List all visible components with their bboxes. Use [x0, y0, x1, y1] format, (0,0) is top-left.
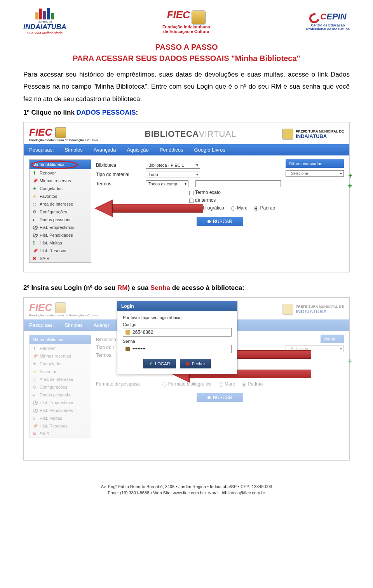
- intro-paragraph: Para acessar seu histórico de empréstimo…: [23, 68, 350, 105]
- login-modal-title: Login: [117, 301, 237, 311]
- lock-icon: [125, 347, 130, 351]
- logo-cepin: CEPIN Centro de Educação Profissional de…: [306, 12, 350, 31]
- label-senha: Senha: [123, 339, 232, 344]
- doc-header-logos: Governo de INDAIATUBA Sua Vida Melhor Ai…: [23, 8, 350, 35]
- biblioteca-virtual-title: BIBLIOTECAVIRTUAL: [145, 129, 236, 139]
- screenshot-1: FIEC Fundação Indaiatubana de Educação e…: [23, 122, 350, 272]
- nav-item-google-livros[interactable]: Google Livros: [194, 147, 225, 153]
- nav-item-simples[interactable]: Simples: [65, 147, 83, 153]
- star-icon: ★: [33, 186, 37, 191]
- search-navbar: Pesquisas: Simples Avançada Aquisição Pe…: [24, 144, 349, 155]
- radio-marc[interactable]: [231, 206, 235, 211]
- input-termos[interactable]: [195, 180, 281, 187]
- plus-icon[interactable]: +: [348, 172, 352, 180]
- ss-logo-fiec: FIEC: [29, 126, 98, 138]
- sidebar-item-renovar[interactable]: ⬆Renovar: [30, 169, 91, 177]
- label-termos: Termos: [96, 181, 139, 187]
- sidebar-item-sair[interactable]: ✖SAIR: [30, 255, 91, 262]
- checkbox-termo-exato[interactable]: [189, 191, 193, 195]
- login-prompt: Por favor faça seu login abaixo:: [123, 315, 232, 320]
- select-biblioteca[interactable]: Biblioteca - FIEC 1: [146, 162, 200, 169]
- check-icon: ✔: [149, 361, 153, 366]
- step-2-heading: 2º Insira seu Login (nº do seu RM) e sua…: [23, 284, 350, 292]
- ball-icon: ⚽: [33, 233, 37, 237]
- sidebar-heading[interactable]: Minha bliblioteca: [30, 160, 91, 169]
- page-footer: Av. Engº Fábio Roberto Barnabé, 3405 • J…: [23, 484, 350, 496]
- sidebar-minha-biblioteca: Minha bliblioteca ⬆Renovar 📌Minhas reser…: [29, 159, 91, 263]
- annotation-arrow: [94, 201, 203, 215]
- logo-indaiatuba: Governo de INDAIATUBA Sua Vida Melhor Ai…: [23, 8, 66, 35]
- buscar-button[interactable]: BUSCAR: [197, 217, 243, 226]
- filters-panel: Filtros avançados --Selecione-- + +: [286, 159, 344, 177]
- search-dot-icon: [207, 220, 211, 223]
- logo-fiec: FIEC Fundação Indaiatubana de Educação e…: [162, 9, 210, 33]
- nav-label: Pesquisas:: [29, 147, 54, 153]
- pin-icon: 📌: [33, 178, 37, 183]
- sidebar-item-configuracoes[interactable]: ⚙Configurações: [30, 208, 91, 216]
- pin-icon: 📌: [33, 248, 37, 253]
- sidebar-item-area-interesse[interactable]: ◎Área de interesse: [30, 200, 91, 208]
- sidebar-item-hist-penalidades[interactable]: ⚽Hist. Penalidades: [30, 231, 91, 239]
- label-termo-exato: Termo exato: [195, 190, 221, 195]
- label-tipo-material: Tipo do material: [96, 172, 139, 177]
- star-icon: ★: [33, 194, 37, 199]
- label-codigo: Código: [123, 322, 232, 327]
- logar-button[interactable]: ✔LOGAR: [143, 359, 176, 368]
- sidebar-item-hist-multas[interactable]: $Hist. Multas: [30, 239, 91, 247]
- sidebar-item-favoritos[interactable]: ★Favoritos: [30, 192, 91, 200]
- step-1-heading: 1º Clique no link DADOS PESSOAIS:: [23, 109, 350, 117]
- sidebar-item-reservas[interactable]: 📌Minhas reservas: [30, 177, 91, 185]
- screenshot-2: FIEC Fundação Indaiatubana de Educação e…: [23, 297, 350, 461]
- radio-padrao[interactable]: [254, 206, 258, 211]
- plus-icon[interactable]: +: [347, 181, 352, 191]
- chevron-right-icon: ▸: [33, 217, 37, 222]
- sidebar-item-hist-emprestimos[interactable]: ⚽Hist. Empréstimos.: [30, 223, 91, 231]
- nav-item-periodicos[interactable]: Periódicos: [160, 147, 183, 153]
- login-modal: Login Por favor faça seu login abaixo: C…: [117, 301, 237, 374]
- nav-item-aquisicao[interactable]: Aquisição: [127, 147, 148, 153]
- filter-select[interactable]: --Selecione--: [286, 170, 344, 177]
- label-biblioteca: Biblioteca: [96, 162, 139, 168]
- nav-item-avancada[interactable]: Avançada: [94, 147, 116, 153]
- fechar-button[interactable]: Fechar: [180, 359, 211, 368]
- input-codigo[interactable]: 26548862: [123, 328, 232, 337]
- select-termos-campo[interactable]: Todos os camp: [146, 180, 188, 187]
- exit-icon: ✖: [33, 256, 37, 261]
- ss-logo-prefeitura: PREFEITURA MUNICIPAL DEINDAIATUBA: [282, 129, 344, 140]
- gear-icon: ⚙: [33, 209, 37, 214]
- input-senha[interactable]: ••••••••: [123, 345, 232, 353]
- sidebar-item-hist-reservas[interactable]: 📌Hist. Reservas: [30, 247, 91, 255]
- ss-logo-fiec-sub: Fundação Indaiatubana de Educação e Cult…: [29, 138, 98, 142]
- label-marc: Marc: [237, 205, 248, 211]
- close-icon: [186, 362, 190, 366]
- user-icon: [125, 330, 130, 335]
- dollar-icon: $: [33, 241, 37, 245]
- ball-icon: ⚽: [33, 225, 37, 230]
- arrow-up-icon: ⬆: [33, 171, 37, 175]
- doc-title-1: PASSO A PASSO: [23, 43, 350, 52]
- annotation-circle: [31, 161, 78, 169]
- filters-header[interactable]: Filtros avançados: [286, 159, 344, 168]
- label-padrao: Padrão: [260, 205, 275, 211]
- sidebar-item-congelados[interactable]: ★Congelados: [30, 185, 91, 192]
- doc-title-2: PARA ACESSAR SEUS DADOS PESSOAIS "Minha …: [23, 54, 350, 63]
- target-icon: ◎: [33, 202, 37, 206]
- sidebar-item-dados-pessoais[interactable]: ▸Dados pessoais: [30, 216, 91, 223]
- select-tipo-material[interactable]: Tudo: [146, 171, 200, 178]
